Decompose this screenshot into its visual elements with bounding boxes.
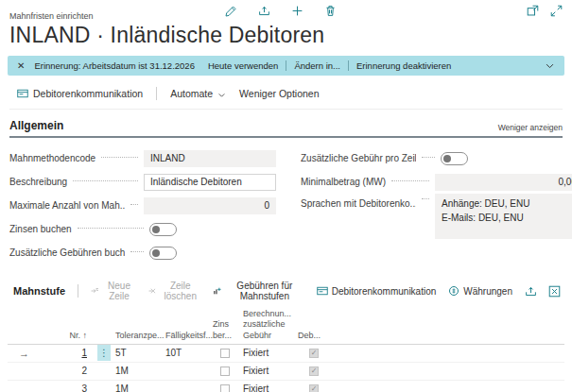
cell-toleranzperiode[interactable]: 1M [113,383,164,392]
field-beschreibung: Beschreibung Inländische Debitoren [9,170,276,194]
debitorenkommunikation-button[interactable]: Debitorenkommunikation [17,88,143,99]
new-line-icon [91,285,99,297]
grid-toolbar: Mahnstufe Neue Zeile Zeile löschen Gebüh… [8,277,564,307]
automate-button[interactable]: Automate [170,88,226,99]
toolbar-divider [78,284,78,298]
zins-berechnen-checkbox[interactable]: ✓ [220,366,230,376]
dotted-leader [130,251,144,252]
header-nr[interactable]: Nr. ↑ [36,329,95,344]
edit-icon[interactable] [225,4,237,16]
zusaetzliche-gebuehren-toggle[interactable] [149,247,177,260]
mahnmethodencode-input[interactable]: INLAND [144,150,276,167]
form-column-left: Mahnmethodencode INLAND Beschreibung Inl… [9,146,276,264]
dotted-leader [422,198,429,199]
delete-line-label: Zeile löschen [160,281,200,301]
add-icon[interactable] [291,4,303,16]
new-line-button[interactable]: Neue Zeile [91,281,136,301]
table-row[interactable]: 3 1M ✓ Fixiert ✓ [8,381,564,392]
deb-kommunikation-checkbox[interactable]: ✓ [309,366,319,376]
field-minimalbetrag: Minimalbetrag (MW) 0,00 [301,170,572,194]
deb-kommunikation-checkbox[interactable]: ✓ [309,349,319,358]
fewer-options-label: Weniger Optionen [239,88,319,99]
general-form: Mahnmethodencode INLAND Beschreibung Inl… [9,146,563,264]
row-menu-icon[interactable]: ⋮ [97,345,111,361]
notification-text: Erinnerung: Arbeitsdatum ist 31.12.2026 [34,60,195,71]
section-title[interactable]: Allgemein [9,119,63,132]
breadcrumb[interactable]: Mahnfristen einrichten [9,11,94,21]
grid-header-row: Nr. ↑ Toleranzpe... Fälligkeitsf... Zins… [8,307,564,345]
zinsen-buchen-toggle[interactable] [149,223,177,236]
cell-berechnung-gebuehr[interactable]: Fixiert [241,366,296,376]
header-berechnung-gebuehr[interactable]: Berechnun... zusätzliche Gebühr [241,307,296,344]
field-gebuehr-pro-zeile: Zusätzliche Gebühr pro Zeil... [301,146,572,170]
window-actions [527,4,563,16]
cell-toleranzperiode[interactable]: 1M [113,366,164,376]
gebuehr-pro-zeile-toggle[interactable] [441,152,468,165]
field-label: Beschreibung [9,177,67,187]
sprachen-box[interactable]: Anhänge: DEU, ENU E-Mails: DEU, ENU [435,194,572,239]
field-mahnmethodencode: Mahnmethodencode INLAND [9,146,276,170]
field-value: INLAND [150,153,185,163]
section-header-allgemein: Allgemein Weniger anzeigen [9,119,563,138]
header-toleranzperiode[interactable]: Toleranzpe... [113,329,164,344]
open-in-window-icon[interactable] [527,4,539,16]
notification-banner: ✕ Erinnerung: Arbeitsdatum ist 31.12.202… [8,56,564,76]
fees-icon [213,285,221,297]
grid-communication-button[interactable]: Debitorenkommunikation [317,285,437,297]
disable-reminder-link[interactable]: Erinnerung deaktivieren [348,60,451,71]
field-label: Maximale Anzahl von Mah... [9,200,125,211]
new-line-label: Neue Zeile [102,281,135,301]
grid-toolbar-right [525,285,561,298]
delete-icon[interactable] [324,4,337,16]
grid-title: Mahnstufe [13,285,65,297]
row-nr[interactable]: 2 [36,366,95,376]
chevron-down-icon [217,90,226,98]
deb-kommunikation-checkbox[interactable]: ✓ [309,384,319,392]
field-label: Minimalbetrag (MW) [301,177,386,187]
delete-line-icon [148,285,157,297]
cell-faelligkeitsformel[interactable]: 10T [164,348,211,358]
cell-berechnung-gebuehr[interactable]: Fixiert [241,383,296,392]
currencies-button[interactable]: Währungen [448,285,512,297]
close-icon[interactable]: ✕ [17,60,25,71]
row-nr-link[interactable]: 1 [81,348,87,358]
table-row[interactable]: → 1 ⋮ 5T 10T ✓ Fixiert ✓ [8,345,564,363]
use-today-link[interactable]: Heute verwenden [208,60,278,71]
currencies-label: Währungen [463,286,512,297]
current-row-arrow-icon: → [8,348,36,359]
minimalbetrag-input[interactable]: 0,00 [435,174,572,191]
header-zins-berechnen[interactable]: Zins ber... [211,317,241,344]
maximale-anzahl-input[interactable]: 0 [144,197,276,214]
currencies-icon [448,285,459,297]
notification-actions: Heute verwenden Ändern in... Erinnerung … [208,60,451,71]
zins-berechnen-checkbox[interactable]: ✓ [220,349,230,358]
header-debitorenkommunikation[interactable]: Deb... [296,329,334,344]
share-icon[interactable] [525,285,537,298]
change-to-link[interactable]: Ändern in... [286,60,340,71]
share-icon[interactable] [258,4,270,16]
header-filler [334,339,564,344]
fees-label: Gebühren für Mahnstufen [225,281,304,301]
zins-berechnen-checkbox[interactable]: ✓ [220,384,230,392]
dotted-leader [422,157,435,158]
communication-icon [317,285,328,297]
fewer-options-button[interactable]: Weniger Optionen [239,88,319,99]
row-nr[interactable]: 3 [36,383,95,392]
cell-berechnung-gebuehr[interactable]: Fixiert [241,348,296,358]
open-in-excel-icon[interactable] [548,285,561,298]
dotted-leader [78,228,144,229]
toggle-knob [152,249,160,257]
cell-toleranzperiode[interactable]: 5T [113,348,164,358]
header-faelligkeitsformel[interactable]: Fälligkeitsf... [164,329,211,344]
beschreibung-input[interactable]: Inländische Debitoren [144,174,276,191]
mahnstufe-card: Mahnstufe Neue Zeile Zeile löschen Gebüh… [8,277,564,392]
field-label: Mahnmethodencode [9,153,95,163]
delete-line-button[interactable]: Zeile löschen [148,281,201,301]
field-zusaetzliche-gebuehren-buchen: Zusätzliche Gebühren buch... [9,241,276,264]
dotted-leader [130,204,138,205]
chevron-down-icon[interactable] [545,60,555,71]
fees-for-levels-button[interactable]: Gebühren für Mahnstufen [213,281,304,301]
table-row[interactable]: 2 1M ✓ Fixiert ✓ [8,363,564,381]
expand-icon[interactable] [550,4,563,16]
show-less-link[interactable]: Weniger anzeigen [498,123,563,132]
